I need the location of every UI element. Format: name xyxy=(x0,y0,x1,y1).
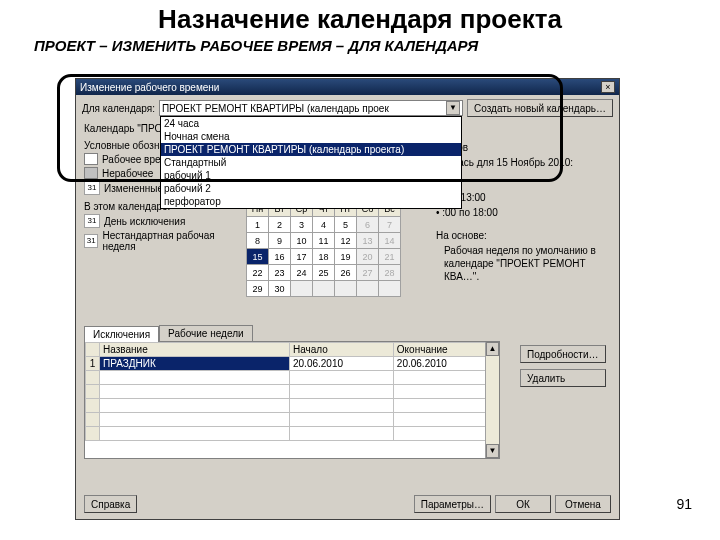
dialog-buttons: Справка Параметры… ОК Отмена xyxy=(84,495,611,513)
create-calendar-button[interactable]: Создать новый календарь… xyxy=(467,99,613,117)
calendar-combo[interactable]: ПРОЕКТ РЕМОНТ КВАРТИРЫ (календарь проек … xyxy=(159,100,463,116)
delete-button[interactable]: Удалить xyxy=(520,369,606,387)
legend-box-working xyxy=(84,153,98,165)
change-working-time-dialog: Изменение рабочего времени × Для календа… xyxy=(75,78,620,520)
day-detail-panel: очасов ичалась для 15 Ноябрь 2010: • …о … xyxy=(436,139,611,285)
dropdown-option[interactable]: рабочий 1 xyxy=(161,169,461,182)
dropdown-option[interactable]: Стандартный xyxy=(161,156,461,169)
page-number: 91 xyxy=(676,496,692,512)
cell-end[interactable]: 20.06.2010 xyxy=(393,357,498,371)
help-button[interactable]: Справка xyxy=(84,495,137,513)
calendar-combo-value: ПРОЕКТ РЕМОНТ КВАРТИРЫ (календарь проек xyxy=(162,103,446,114)
legend-nonworking: Нерабочее xyxy=(102,168,153,179)
scroll-down-icon[interactable]: ▼ xyxy=(486,444,499,458)
dropdown-option-selected[interactable]: ПРОЕКТ РЕМОНТ КВАРТИРЫ (календарь проект… xyxy=(161,143,461,156)
tab-strip: Исключения Рабочие недели xyxy=(84,325,253,341)
legend-working: Рабочее врем xyxy=(102,154,167,165)
calendar-grid[interactable]: Пн Вт Ср Чт Пт Сб Вс 1234567 89101112131… xyxy=(246,200,401,297)
col-start[interactable]: Начало xyxy=(290,343,394,357)
calendar-icon: 31 xyxy=(84,214,100,228)
based-on-value: Рабочая неделя по умолчанию в календаре … xyxy=(444,244,611,283)
calendar-dropdown[interactable]: 24 часа Ночная смена ПРОЕКТ РЕМОНТ КВАРТ… xyxy=(160,116,462,209)
slide-subtitle: ПРОЕКТ – ИЗМЕНИТЬ РАБОЧЕЕ ВРЕМЯ – ДЛЯ КА… xyxy=(34,37,720,54)
cell-name[interactable]: ПРАЗДНИК xyxy=(100,357,290,371)
tab-work-weeks[interactable]: Рабочие недели xyxy=(159,325,252,341)
for-calendar-label: Для календаря: xyxy=(82,103,155,114)
calendar-icon: 31 xyxy=(84,234,98,248)
dropdown-option[interactable]: 24 часа xyxy=(161,117,461,130)
options-button[interactable]: Параметры… xyxy=(414,495,491,513)
dropdown-option[interactable]: рабочий 2 xyxy=(161,182,461,195)
slide-title: Назначение календаря проекта xyxy=(0,4,720,35)
close-icon[interactable]: × xyxy=(601,81,615,93)
col-name[interactable]: Название xyxy=(100,343,290,357)
based-on-label: На основе: xyxy=(436,229,611,242)
scrollbar[interactable]: ▲ ▼ xyxy=(485,342,499,458)
details-button[interactable]: Подробности… xyxy=(520,345,606,363)
cell-start[interactable]: 20.06.2010 xyxy=(290,357,394,371)
dropdown-option[interactable]: Ночная смена xyxy=(161,130,461,143)
calendar-icon: 31 xyxy=(84,181,100,195)
titlebar: Изменение рабочего времени × xyxy=(76,79,619,95)
dialog-title: Изменение рабочего времени xyxy=(80,82,219,93)
scroll-up-icon[interactable]: ▲ xyxy=(486,342,499,356)
nonstd-week: Нестандартная рабочая неделя xyxy=(102,230,234,252)
chevron-down-icon[interactable]: ▼ xyxy=(446,101,460,115)
table-row[interactable]: 1 ПРАЗДНИК 20.06.2010 20.06.2010 xyxy=(86,357,499,371)
dropdown-option[interactable]: перфоратор xyxy=(161,195,461,208)
legend-box-nonworking xyxy=(84,167,98,179)
exceptions-grid[interactable]: Название Начало Окончание 1 ПРАЗДНИК 20.… xyxy=(84,341,500,459)
cancel-button[interactable]: Отмена xyxy=(555,495,611,513)
ok-button[interactable]: ОК xyxy=(495,495,551,513)
tab-exceptions[interactable]: Исключения xyxy=(84,326,159,342)
exception-day: День исключения xyxy=(104,216,185,227)
col-end[interactable]: Окончание xyxy=(393,343,498,357)
